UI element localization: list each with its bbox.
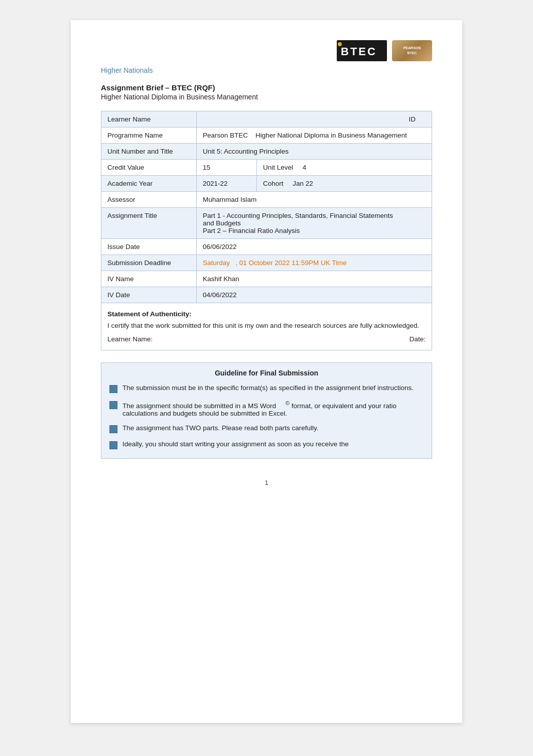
iv-date-text: 04/06/2022: [203, 291, 237, 299]
credit-value-value: 15: [197, 160, 257, 176]
assignment-title-line1: Part 1 - Accounting Principles, Standard…: [203, 212, 426, 219]
unit-number-value: Unit 5: Accounting Principles: [197, 144, 432, 160]
unit-level-label: Unit Level 4: [263, 164, 306, 171]
iv-name-text: Kashif Khan: [203, 275, 239, 283]
iv-name-value: Kashif Khan: [197, 271, 432, 287]
assignment-title-line3: Part 2 – Financial Ratio Analysis: [203, 227, 426, 234]
issue-date-label: Issue Date: [101, 239, 197, 255]
unit-number-text: Unit 5: Accounting Principles: [203, 148, 289, 155]
table-row: Programme Name Pearson BTEC Higher Natio…: [101, 128, 432, 144]
academic-year-label: Academic Year: [101, 176, 197, 192]
higher-nationals-label: Higher Nationals: [101, 66, 432, 74]
guideline-title: Guideline for Final Submission: [109, 369, 424, 377]
table-row: IV Name Kashif Khan: [101, 271, 432, 287]
header: BTEC PEARSONBTEC: [101, 40, 432, 61]
issue-date-text: 06/06/2022: [203, 243, 237, 250]
academic-year-value: 2021-22: [197, 176, 257, 192]
academic-year-text: 2021-22: [203, 180, 228, 187]
table-row: Academic Year 2021-22 Cohort Jan 22: [101, 176, 432, 192]
guideline-item-4-text: Ideally, you should start writing your a…: [122, 440, 349, 448]
cohort-cell: Cohort Jan 22: [257, 176, 432, 192]
id-label: ID: [409, 115, 426, 123]
list-item: The submission must be in the specific f…: [109, 384, 424, 393]
bullet-icon: [109, 441, 117, 449]
info-table: Learner Name ID Programme Name Pearson B…: [101, 111, 432, 303]
page-number: 1: [101, 479, 432, 486]
page: BTEC PEARSONBTEC Higher Nationals Assign…: [71, 20, 462, 723]
iv-date-label: IV Date: [101, 287, 197, 303]
assignment-brief-title: Assignment Brief – BTEC (RQF): [101, 83, 432, 92]
learner-name-label: Learner Name: [101, 111, 197, 128]
logo-area: BTEC PEARSONBTEC: [337, 40, 432, 61]
table-row: Issue Date 06/06/2022: [101, 239, 432, 255]
table-row: Credit Value 15 Unit Level 4: [101, 160, 432, 176]
guideline-item-3-text: The assignment has TWO parts. Please rea…: [122, 424, 318, 432]
submission-deadline-value: Saturday , 01 October 2022 11:59PM UK Ti…: [197, 255, 432, 271]
iv-name-label: IV Name: [101, 271, 197, 287]
learner-name-value: ID: [197, 111, 432, 128]
programme-name-text: Pearson BTEC Higher National Diploma in …: [203, 132, 407, 139]
statement-section: Statement of Authenticity: I certify tha…: [101, 303, 432, 350]
table-row: Assessor Muhammad Islam: [101, 192, 432, 208]
credit-value-text: 15: [203, 164, 210, 171]
table-row: IV Date 04/06/2022: [101, 287, 432, 303]
cohort-label: Cohort Jan 22: [263, 180, 313, 187]
assessor-label: Assessor: [101, 192, 197, 208]
btec-logo: BTEC: [337, 40, 387, 61]
assignment-title-line2: and Budgets: [203, 219, 426, 227]
programme-name-value: Pearson BTEC Higher National Diploma in …: [197, 128, 432, 144]
iv-date-value: 04/06/2022: [197, 287, 432, 303]
list-item: The assignment has TWO parts. Please rea…: [109, 424, 424, 433]
guideline-item-1-text: The submission must be in the specific f…: [122, 384, 414, 392]
submission-deadline-text: Saturday , 01 October 2022 11:59PM UK Ti…: [203, 259, 347, 267]
bullet-icon: [109, 401, 117, 409]
table-row: Learner Name ID: [101, 111, 432, 128]
statement-title: Statement of Authenticity:: [107, 310, 426, 318]
btec-svg-logo: BTEC: [337, 40, 387, 61]
list-item: The assignment should be submitted in a …: [109, 400, 424, 417]
assessor-value: Muhammad Islam: [197, 192, 432, 208]
unit-level-cell: Unit Level 4: [257, 160, 432, 176]
guideline-list: The submission must be in the specific f…: [109, 384, 424, 449]
assignment-title-label: Assignment Title: [101, 208, 197, 239]
assignment-title-value: Part 1 - Accounting Principles, Standard…: [197, 208, 432, 239]
credit-value-label: Credit Value: [101, 160, 197, 176]
issue-date-value: 06/06/2022: [197, 239, 432, 255]
statement-learner-label: Learner Name:: [107, 335, 153, 343]
programme-name-label: Programme Name: [101, 128, 197, 144]
submission-deadline-label: Submission Deadline: [101, 255, 197, 271]
learner-name-text: [203, 115, 291, 123]
assignment-sub-title: Higher National Diploma in Business Mana…: [101, 93, 432, 101]
list-item: Ideally, you should start writing your a…: [109, 440, 424, 449]
table-row: Unit Number and Title Unit 5: Accounting…: [101, 144, 432, 160]
statement-date-label: Date:: [410, 335, 426, 343]
table-row: Assignment Title Part 1 - Accounting Pri…: [101, 208, 432, 239]
assessor-text: Muhammad Islam: [203, 196, 256, 203]
svg-point-2: [338, 42, 342, 46]
unit-number-label: Unit Number and Title: [101, 144, 197, 160]
bullet-icon: [109, 385, 117, 393]
learner-date-row: Learner Name: Date:: [107, 335, 426, 343]
table-row: Submission Deadline Saturday , 01 Octobe…: [101, 255, 432, 271]
guideline-section: Guideline for Final Submission The submi…: [101, 362, 432, 459]
bullet-icon: [109, 425, 117, 433]
pearson-logo: PEARSONBTEC: [392, 40, 432, 61]
statement-body: I certify that the work submitted for th…: [107, 322, 426, 329]
svg-text:BTEC: BTEC: [341, 45, 377, 58]
guideline-item-2-text: The assignment should be submitted in a …: [122, 400, 424, 417]
